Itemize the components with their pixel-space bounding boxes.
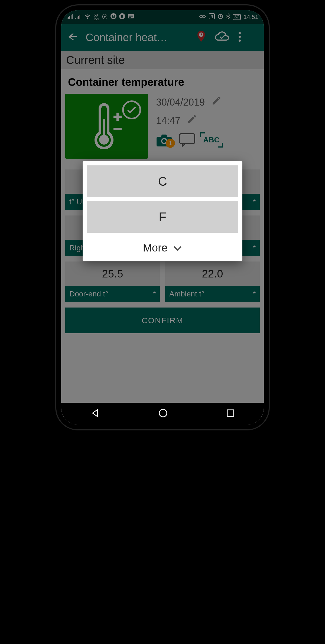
nav-recent-button[interactable] (226, 409, 235, 418)
nav-back-button[interactable] (90, 408, 100, 419)
screen: 69 B/s ⦿ M N (61, 10, 264, 424)
system-nav-bar (61, 403, 264, 424)
option-celsius[interactable]: C (87, 165, 238, 197)
svg-point-18 (159, 409, 167, 417)
nav-home-button[interactable] (158, 408, 168, 419)
option-fahrenheit[interactable]: F (87, 201, 238, 233)
svg-rect-19 (227, 410, 234, 416)
unit-picker-modal: C F More (83, 161, 242, 261)
modal-overlay[interactable]: C F More (61, 10, 264, 424)
more-button[interactable]: More (87, 236, 238, 257)
phone-frame: 69 B/s ⦿ M N (56, 5, 269, 429)
chevron-down-icon (173, 242, 182, 254)
